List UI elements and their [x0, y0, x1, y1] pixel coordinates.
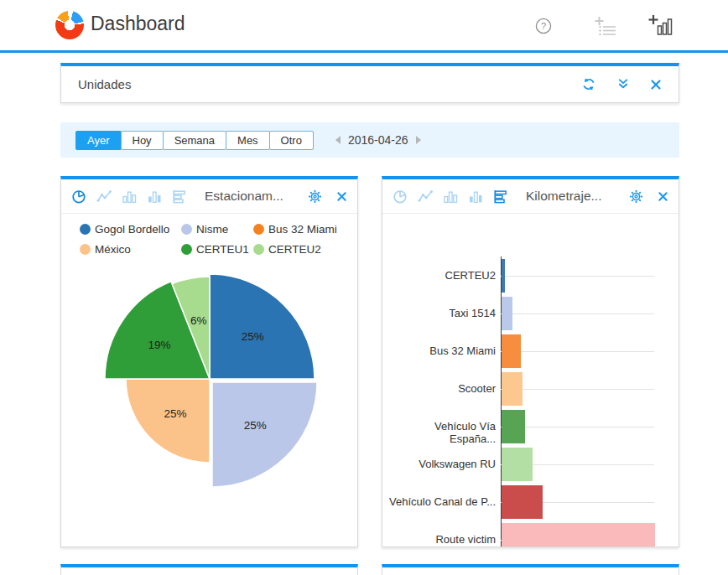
date-filter-bar: AyerHoySemanaMesOtro 2016-04-26	[60, 122, 679, 158]
svg-text:?: ?	[541, 21, 546, 31]
date-range-tabs: AyerHoySemanaMesOtro	[75, 131, 314, 150]
help-icon[interactable]: ?	[535, 18, 552, 38]
chart-type-line-icon[interactable]	[418, 189, 434, 204]
legend-item[interactable]: Nisme	[181, 220, 253, 238]
close-icon[interactable]	[336, 191, 347, 202]
category-label: Taxi 1514	[387, 307, 496, 319]
pie-slice[interactable]	[212, 382, 317, 487]
tab-semana[interactable]: Semana	[163, 131, 226, 150]
pie-slice-label: 25%	[164, 407, 186, 420]
bar[interactable]	[502, 523, 655, 548]
legend-item[interactable]: Bus 32 Miami	[253, 220, 357, 238]
chart-type-column-icon[interactable]	[443, 189, 459, 204]
close-icon[interactable]	[650, 79, 662, 91]
hbar-chart[interactable]: 0 11846.2 km CERTEU2Taxi 1514Bus 32 Miam…	[382, 214, 679, 547]
bar[interactable]	[502, 297, 512, 330]
category-label: Route victim	[387, 533, 496, 546]
chart-type-column-filled-icon[interactable]	[147, 189, 163, 204]
dashboard-logo-icon	[55, 11, 84, 39]
widget-header: Estacionam...	[61, 179, 357, 214]
gridline	[501, 313, 654, 314]
pie-slice[interactable]	[210, 274, 315, 379]
prev-day-icon[interactable]	[335, 136, 341, 144]
legend-dot	[181, 244, 192, 255]
legend-label: CERTEU2	[268, 243, 321, 256]
next-widget-right	[382, 564, 679, 575]
add-list-icon[interactable]	[594, 16, 617, 39]
widget-header: Kilometraje...	[382, 179, 679, 214]
gridline	[501, 389, 654, 390]
tab-otro[interactable]: Otro	[269, 131, 314, 150]
collapse-icon[interactable]	[616, 78, 630, 91]
legend-dot	[253, 244, 264, 255]
app-header: Dashboard ?	[0, 0, 728, 53]
legend-dot	[80, 244, 91, 255]
category-label: Vehículo Canal de P...	[387, 495, 496, 508]
bar[interactable]	[502, 448, 533, 481]
chart-type-hbar-icon[interactable]	[493, 189, 509, 204]
unidades-panel: Unidades	[60, 63, 679, 103]
legend-label: CERTEU1	[196, 243, 249, 256]
legend-item[interactable]: CERTEU1	[181, 241, 253, 258]
settings-gear-icon[interactable]	[629, 189, 643, 204]
chart-type-column-filled-icon[interactable]	[468, 189, 484, 204]
widget-title: Kilometraje...	[526, 189, 615, 204]
category-label: Vehículo Vía España...	[387, 420, 496, 445]
chart-type-column-icon[interactable]	[122, 189, 138, 204]
tab-mes[interactable]: Mes	[226, 131, 270, 150]
category-label: Bus 32 Miami	[387, 344, 496, 357]
widget-title: Estacionam...	[205, 189, 294, 204]
tab-hoy[interactable]: Hoy	[121, 131, 164, 150]
pie-slice-label: 25%	[242, 330, 264, 343]
chart-type-line-icon[interactable]	[96, 189, 112, 204]
legend-label: Bus 32 Miami	[268, 223, 337, 236]
pie-slice-label: 25%	[244, 419, 267, 432]
tab-ayer[interactable]: Ayer	[75, 131, 122, 150]
app-title: Dashboard	[91, 13, 185, 35]
bar[interactable]	[502, 485, 543, 519]
settings-gear-icon[interactable]	[308, 189, 322, 204]
legend-item[interactable]: México	[80, 241, 181, 258]
pie-slice-label: 19%	[148, 339, 171, 351]
category-label: CERTEU2	[387, 269, 496, 282]
chart-type-pie-icon[interactable]	[393, 189, 408, 204]
widget-kilometraje: Kilometraje... 0 11846.2 km CERTEU2Taxi …	[382, 176, 679, 547]
category-label: Volkswagen RU	[387, 458, 496, 470]
chart-type-pie-icon[interactable]	[71, 189, 87, 204]
add-widget-icon[interactable]	[647, 14, 673, 39]
category-label: Scooter	[387, 382, 496, 395]
legend-dot	[80, 224, 91, 235]
legend-item[interactable]: Gogol Bordello	[80, 220, 181, 238]
legend-dot	[181, 224, 192, 235]
bar[interactable]	[502, 259, 505, 293]
pie-chart[interactable]: 25%25%25%19%6%	[61, 256, 357, 515]
pie-legend: Gogol BordelloNismeBus 32 MiamiMéxicoCER…	[80, 220, 357, 258]
pie-slice-label: 6%	[190, 314, 207, 327]
next-widget-left	[60, 564, 358, 575]
refresh-icon[interactable]	[581, 77, 596, 91]
gridline	[501, 276, 654, 277]
chart-type-hbar-icon[interactable]	[172, 189, 188, 204]
pie-slice[interactable]	[126, 379, 210, 463]
close-icon[interactable]	[658, 191, 668, 202]
bar[interactable]	[502, 410, 525, 443]
next-day-icon[interactable]	[416, 136, 421, 144]
legend-label: Gogol Bordello	[95, 223, 169, 236]
panel-title: Unidades	[78, 77, 131, 91]
bar[interactable]	[502, 334, 521, 368]
bar[interactable]	[502, 372, 523, 406]
legend-dot	[253, 224, 264, 235]
gridline	[501, 351, 654, 352]
legend-item[interactable]: CERTEU2	[253, 241, 357, 258]
widget-estacionamiento: Estacionam... Gogol BordelloNismeBus 32 …	[60, 176, 358, 547]
legend-label: México	[95, 243, 131, 256]
current-date: 2016-04-26	[348, 133, 408, 147]
legend-label: Nisme	[196, 223, 228, 236]
